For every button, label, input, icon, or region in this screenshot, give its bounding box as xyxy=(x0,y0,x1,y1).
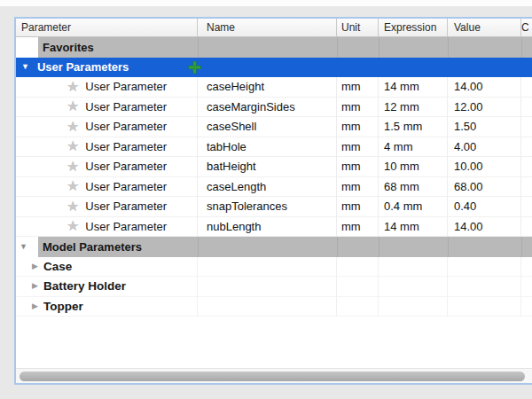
table-row-user-parameter[interactable]: ★User ParametercaseMarginSidesmm12 mm12.… xyxy=(16,98,532,118)
column-gridline xyxy=(198,237,199,257)
parameter-value-cell: 1.50 xyxy=(448,117,521,137)
add-parameter-icon[interactable] xyxy=(189,61,200,73)
group-label: Topper xyxy=(43,300,83,313)
parameter-comment-cell[interactable] xyxy=(521,217,532,238)
table-row-favorites[interactable]: Favorites xyxy=(16,37,532,58)
parameter-type-label: User Parameter xyxy=(85,120,167,133)
empty-cell xyxy=(448,297,521,317)
parameter-expression-cell[interactable]: 4 mm xyxy=(379,137,448,158)
section-band: Favorites xyxy=(38,37,532,58)
table-row-case[interactable]: ▶Case xyxy=(16,257,532,278)
parameter-type-cell: ★User Parameter xyxy=(16,197,198,217)
column-header-c[interactable]: C xyxy=(521,19,532,36)
parameter-name-cell[interactable]: snapTolerances xyxy=(198,197,337,217)
parameter-unit-cell: mm xyxy=(337,217,379,238)
parameter-expression-cell[interactable]: 0.4 mm xyxy=(379,197,448,217)
group-name-cell: ▶Case xyxy=(16,257,198,278)
group-name-cell: ▶Battery Holder xyxy=(16,277,198,297)
parameter-unit-cell: mm xyxy=(337,197,379,217)
empty-cell xyxy=(521,277,532,297)
parameter-value-cell: 10.00 xyxy=(448,157,521,177)
table-row-user-parameter[interactable]: ★User ParametercaseShellmm1.5 mm1.50 xyxy=(16,117,532,137)
parameter-comment-cell[interactable] xyxy=(521,98,532,118)
horizontal-scrollbar-thumb[interactable] xyxy=(20,372,525,381)
column-gridline xyxy=(198,37,199,58)
parameter-type-cell: ★User Parameter xyxy=(16,217,198,238)
favorite-star-icon[interactable]: ★ xyxy=(66,200,79,214)
table-row-user-parameter[interactable]: ★User ParameterbatHeightmm10 mm10.00 xyxy=(16,157,532,177)
chevron-right-icon[interactable]: ▶ xyxy=(32,302,38,310)
section-label: Model Parameters xyxy=(38,240,142,254)
column-gridline xyxy=(379,237,379,257)
parameter-type-label: User Parameter xyxy=(85,180,167,193)
parameter-type-label: User Parameter xyxy=(85,140,167,153)
parameter-name-cell[interactable]: caseHeight xyxy=(198,77,337,98)
parameter-unit-cell: mm xyxy=(337,98,379,118)
horizontal-scrollbar[interactable] xyxy=(16,368,532,383)
parameter-type-label: User Parameter xyxy=(85,80,167,93)
table-row-battery-holder[interactable]: ▶Battery Holder xyxy=(16,277,532,297)
parameter-name-cell[interactable]: batHeight xyxy=(198,157,337,177)
parameter-value-cell: 14.00 xyxy=(448,217,521,238)
table-row-user-parameter[interactable]: ★User ParametercaseHeightmm14 mm14.00 xyxy=(16,77,532,98)
favorite-star-icon[interactable]: ★ xyxy=(66,219,79,233)
parameter-comment-cell[interactable] xyxy=(521,157,532,177)
parameter-name-cell[interactable]: nubLength xyxy=(198,217,337,238)
parameter-expression-cell[interactable]: 68 mm xyxy=(379,177,448,198)
section-band: Model Parameters xyxy=(38,237,532,257)
column-header-parameter[interactable]: Parameter xyxy=(16,19,198,36)
parameter-value-cell: 0.40 xyxy=(448,197,521,217)
parameter-comment-cell[interactable] xyxy=(521,177,532,198)
favorite-star-icon[interactable]: ★ xyxy=(66,120,79,134)
chevron-down-icon[interactable]: ▼ xyxy=(20,243,27,251)
row-gutter: ▼ xyxy=(16,237,38,257)
table-row-user-parameter[interactable]: ★User ParametertabHolemm4 mm4.00 xyxy=(16,137,532,158)
parameter-name-cell[interactable]: caseLength xyxy=(198,177,337,198)
parameter-type-label: User Parameter xyxy=(85,100,167,113)
parameter-expression-cell[interactable]: 1.5 mm xyxy=(379,117,448,137)
parameter-type-cell: ★User Parameter xyxy=(16,117,198,137)
parameter-type-cell: ★User Parameter xyxy=(16,157,198,177)
favorite-star-icon[interactable]: ★ xyxy=(66,160,79,174)
column-gridline xyxy=(521,237,522,257)
parameter-name-cell[interactable]: tabHole xyxy=(198,137,337,158)
chevron-right-icon[interactable]: ▶ xyxy=(32,262,38,270)
column-gridline xyxy=(379,37,379,58)
parameter-comment-cell[interactable] xyxy=(521,117,532,137)
table-row-model-parameters[interactable]: ▼Model Parameters xyxy=(16,237,532,257)
favorite-star-icon[interactable]: ★ xyxy=(66,179,79,193)
chevron-down-icon[interactable]: ▼ xyxy=(21,63,29,71)
chevron-right-icon[interactable]: ▶ xyxy=(32,282,38,290)
table-row-user-parameter[interactable]: ★User ParametercaseLengthmm68 mm68.00 xyxy=(16,177,532,198)
empty-cell xyxy=(198,297,337,317)
parameter-type-label: User Parameter xyxy=(85,160,167,173)
favorite-star-icon[interactable]: ★ xyxy=(66,80,79,94)
column-gridline xyxy=(448,37,449,58)
table-row-user-parameters[interactable]: ▼User Parameters xyxy=(16,58,532,78)
favorite-star-icon[interactable]: ★ xyxy=(66,99,79,113)
favorite-star-icon[interactable]: ★ xyxy=(66,139,79,153)
parameter-type-cell: ★User Parameter xyxy=(16,77,198,98)
empty-cell xyxy=(448,277,521,297)
parameter-name-cell[interactable]: caseShell xyxy=(198,117,337,137)
column-header-value[interactable]: Value xyxy=(448,19,521,36)
parameter-expression-cell[interactable]: 14 mm xyxy=(379,77,448,98)
empty-cell xyxy=(379,297,448,317)
column-header-expression[interactable]: Expression xyxy=(379,19,448,36)
parameter-comment-cell[interactable] xyxy=(521,77,532,98)
section-label: User Parameters xyxy=(29,60,129,74)
parameter-comment-cell[interactable] xyxy=(521,137,532,158)
parameter-unit-cell: mm xyxy=(337,77,379,98)
column-header-name[interactable]: Name xyxy=(198,19,337,36)
parameter-comment-cell[interactable] xyxy=(521,197,532,217)
empty-cell xyxy=(521,297,532,317)
table-row-user-parameter[interactable]: ★User ParametersnapTolerancesmm0.4 mm0.4… xyxy=(16,197,532,217)
empty-cell xyxy=(521,257,532,278)
table-row-topper[interactable]: ▶Topper xyxy=(16,297,532,317)
parameter-expression-cell[interactable]: 12 mm xyxy=(379,98,448,118)
table-row-user-parameter[interactable]: ★User ParameternubLengthmm14 mm14.00 xyxy=(16,217,532,238)
parameter-expression-cell[interactable]: 10 mm xyxy=(379,157,448,177)
parameter-expression-cell[interactable]: 14 mm xyxy=(379,217,448,238)
parameter-name-cell[interactable]: caseMarginSides xyxy=(198,98,337,118)
column-header-unit[interactable]: Unit xyxy=(337,19,379,36)
